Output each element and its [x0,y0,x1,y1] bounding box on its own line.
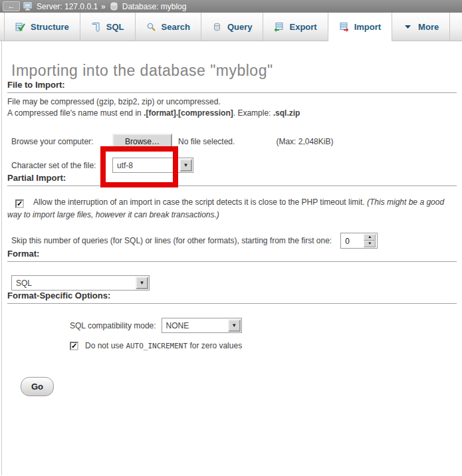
section-heading-file-to-import: File to Import: [7,80,457,93]
section-heading-format: Format: [7,249,457,262]
auto-increment-suffix: for zero values [187,341,242,350]
dropdown-arrow-icon: ▼ [179,159,192,172]
format-select-value: SQL [16,279,32,288]
auto-increment-checkbox[interactable]: ✓ [70,342,78,350]
database-icon [109,1,119,11]
tab-sql[interactable]: SQL [80,13,136,41]
tab-label: Import [354,22,381,32]
spinner-down-icon[interactable]: ▼ [364,241,376,247]
skip-queries-input[interactable] [341,233,363,248]
auto-increment-text: Do not use AUTO_INCREMENT for zero value… [85,341,242,350]
skip-queries-row: Skip this number of queries (for SQL) or… [11,233,458,249]
back-button[interactable]: ← [3,1,20,11]
page-title: Importing into the database "myblog" [11,41,458,80]
tab-more[interactable]: More [392,13,450,41]
compression-note-line1: File may be compressed (gzip, bzip2, zip… [7,97,458,107]
go-button[interactable]: Go [21,377,54,396]
sql-compatibility-row: SQL compatibility mode: NONE ▼ [70,318,458,333]
breadcrumb-bar: ← Server: 127.0.0.1 » Database: myblog [0,0,462,13]
note-mid: . Example: [233,108,273,118]
sql-compatibility-value: NONE [166,321,189,330]
allow-interruption-text: Allow the interruption of an import in c… [33,197,367,207]
server-icon [23,1,33,11]
charset-select[interactable]: utf-8 ▼ [112,158,193,173]
structure-icon [15,22,25,32]
auto-increment-row: ✓ Do not use AUTO_INCREMENT for zero val… [70,341,458,350]
dropdown-arrow-icon: ▼ [228,319,241,332]
query-icon [212,22,222,32]
tab-label: Search [162,22,190,32]
chevron-down-icon [403,22,413,32]
browse-row: Browse your computer: Browse… No file se… [11,134,458,149]
tab-structure[interactable]: Structure [4,13,80,41]
note-format-pattern: .[format].[compression] [144,108,233,118]
back-arrow-icon: ← [8,2,15,10]
format-select[interactable]: SQL ▼ [11,275,150,291]
sql-compatibility-label: SQL compatibility mode: [70,321,156,330]
tab-label: Structure [31,22,69,32]
tab-label: More [418,22,439,32]
tab-bar: Structure SQL Search Query Export Import [0,13,462,41]
max-size-text: (Max: 2,048KiB) [276,137,333,146]
auto-increment-code: AUTO_INCREMENT [126,342,187,350]
tab-import[interactable]: Import [328,13,392,41]
charset-label: Character set of the file: [11,161,112,170]
charset-row: Character set of the file: utf-8 ▼ [11,158,458,173]
skip-queries-spinner: ▲ ▼ [340,233,378,249]
spinner-up-icon[interactable]: ▲ [364,234,376,241]
tab-label: Query [227,22,253,32]
browse-button[interactable]: Browse… [112,134,172,149]
section-heading-format-specific: Format-Specific Options: [7,291,457,304]
export-icon [274,22,284,32]
import-icon [339,22,349,32]
note-example: .sql.zip [273,108,300,118]
allow-interruption-checkbox[interactable]: ✓ [15,199,24,208]
breadcrumb-database[interactable]: Database: myblog [122,2,187,11]
dropdown-arrow-icon: ▼ [136,277,148,289]
auto-increment-prefix: Do not use [85,341,126,350]
tab-export[interactable]: Export [263,13,328,41]
sql-icon [91,22,101,32]
tabbar-filler [450,13,462,41]
search-icon [146,22,156,32]
tab-label: Export [289,22,316,32]
main-content: Importing into the database "myblog" Fil… [1,41,462,475]
tab-search[interactable]: Search [136,13,201,41]
note-prefix: A compressed file's name must end in [7,108,144,118]
browse-label: Browse your computer: [11,137,112,146]
sql-compatibility-select[interactable]: NONE ▼ [162,318,242,333]
allow-interruption-label: ✓Allow the interruption of an import in … [7,196,457,221]
spinner-buttons: ▲ ▼ [364,234,376,247]
tab-label: SQL [106,22,124,32]
section-heading-partial-import: Partial Import: [7,173,457,186]
tab-query[interactable]: Query [201,13,264,41]
skip-queries-label: Skip this number of queries (for SQL) or… [11,236,332,245]
breadcrumb-server[interactable]: Server: 127.0.0.1 [37,2,98,11]
no-file-selected-text: No file selected. [178,137,235,146]
compression-note-line2: A compressed file's name must end in .[f… [7,108,458,118]
charset-select-value: utf-8 [117,161,133,170]
breadcrumb-separator: » [101,2,106,11]
